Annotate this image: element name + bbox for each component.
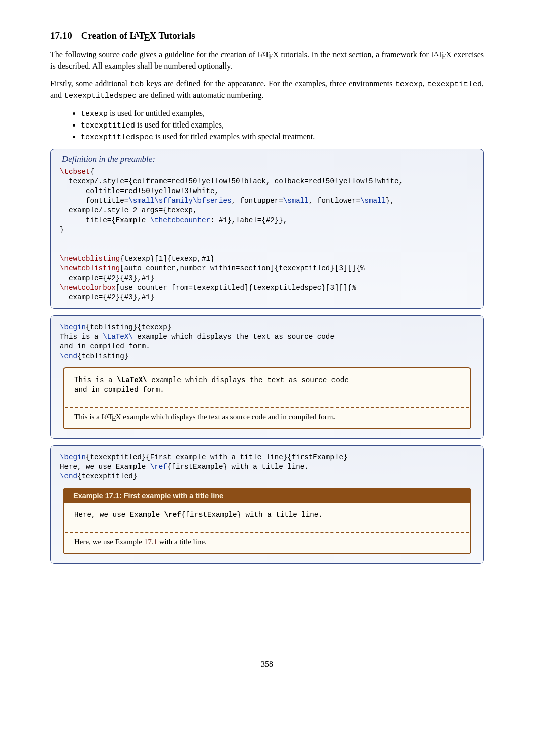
section-number: 17.10	[50, 30, 72, 41]
code-block: \begin{texexptitled}{First example with …	[60, 453, 474, 482]
texexp-output-box: This is a \LaTeX\ example which displays…	[63, 367, 471, 429]
box-title: Definition in the preamble:	[51, 154, 483, 167]
texexptitled-example-box: \begin{texexptitled}{First example with …	[50, 445, 484, 564]
section-heading: 17.10Creation of LATEX Tutorials	[50, 30, 484, 41]
list-item: texexp is used for untitled examples,	[81, 109, 484, 118]
section-title-suffix: Tutorials	[156, 30, 195, 41]
latex-logo: LATEX	[257, 50, 279, 59]
code-block: \begin{tcblisting}{texexp} This is a \La…	[60, 323, 474, 361]
code-block: This is a \LaTeX\ example which displays…	[74, 375, 460, 395]
texexp-upper: Here, we use Example \ref{firstExample} …	[64, 503, 470, 532]
intro-paragraph-1: The following source code gives a guidel…	[50, 49, 484, 71]
texexptitled-output-box: Example 17.1: First example with a title…	[63, 488, 471, 554]
section-title-prefix: Creation of	[81, 30, 130, 41]
latex-logo: LATEX	[102, 413, 121, 421]
intro-paragraph-2: Firstly, some additional tcb keys are de…	[50, 78, 484, 102]
latex-logo: LATEX	[130, 30, 157, 41]
preamble-definition-box: Definition in the preamble: \tcbset{ tex…	[50, 149, 484, 309]
latex-logo: LATEX	[431, 50, 452, 59]
texexp-lower: This is a LATEX example which displays t…	[64, 408, 470, 428]
example-ref-link[interactable]: 17.1	[144, 538, 157, 546]
code-block: \tcbset{ texexp/.style={colframe=red!50!…	[51, 167, 483, 302]
texexp-upper: This is a \LaTeX\ example which displays…	[64, 368, 470, 407]
tcblisting-example-box: \begin{tcblisting}{texexp} This is a \La…	[50, 315, 484, 439]
code-block: Here, we use Example \ref{firstExample} …	[74, 510, 460, 520]
environment-list: texexp is used for untitled examples, te…	[50, 109, 484, 142]
page-number: 358	[50, 660, 484, 669]
list-item: texexptitledspec is used for titled exam…	[81, 132, 484, 142]
texexp-lower: Here, we use Example 17.1 with a title l…	[64, 533, 470, 553]
example-title-bar: Example 17.1: First example with a title…	[64, 489, 470, 503]
list-item: texexptitled is used for titled examples…	[81, 120, 484, 130]
